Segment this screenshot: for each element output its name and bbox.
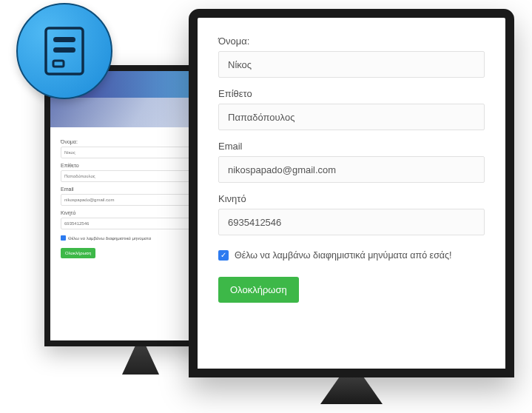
consent-label: Θέλω να λαμβάνω διαφημιστικά μηνύματα απ… xyxy=(235,250,452,261)
consent-checkbox[interactable]: ✓ xyxy=(218,250,229,261)
name-label: Όνομα: xyxy=(218,36,485,47)
svg-rect-3 xyxy=(53,61,64,67)
background-monitor-stand xyxy=(122,346,159,375)
svg-rect-2 xyxy=(53,47,75,53)
phone-input[interactable] xyxy=(218,209,485,235)
svg-rect-1 xyxy=(53,37,75,42)
foreground-monitor-stand xyxy=(320,377,383,404)
form-icon xyxy=(38,25,90,77)
bg-consent-label: Θέλω να λαμβάνω διαφημιστικά μηνύματα xyxy=(68,236,151,241)
phone-label: Κινητό xyxy=(218,193,485,204)
bg-submit-button[interactable]: Ολοκλήρωση xyxy=(61,248,95,258)
check-icon: ✓ xyxy=(220,252,226,259)
submit-button[interactable]: Ολοκλήρωση xyxy=(218,277,299,303)
surname-label: Επίθετο xyxy=(218,88,485,99)
form-badge xyxy=(16,3,112,99)
foreground-monitor: Όνομα: Επίθετο Email Κινητό ✓ Θέλω να λα… xyxy=(189,9,514,404)
foreground-screen: Όνομα: Επίθετο Email Κινητό ✓ Θέλω να λα… xyxy=(189,9,514,377)
consent-row[interactable]: ✓ Θέλω να λαμβάνω διαφημιστικά μηνύματα … xyxy=(218,250,485,261)
bg-consent-checkbox[interactable] xyxy=(61,235,66,241)
surname-input[interactable] xyxy=(218,104,485,130)
email-input[interactable] xyxy=(218,156,485,183)
name-input[interactable] xyxy=(218,51,485,78)
email-label: Email xyxy=(218,141,485,152)
